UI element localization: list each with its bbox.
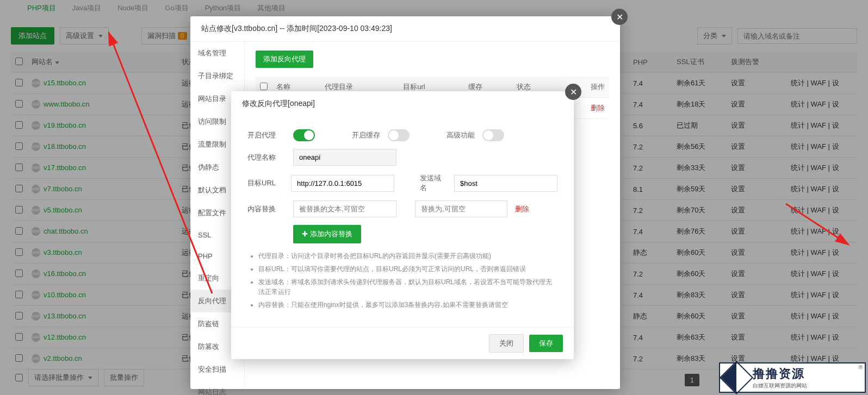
enable-proxy-label: 开启代理 xyxy=(247,130,286,140)
proxy-name-input xyxy=(293,149,396,166)
proxy-select-all[interactable] xyxy=(260,83,268,90)
close-button[interactable]: 关闭 xyxy=(489,334,524,353)
help-item: 发送域名：将域名添加到请求头传递到代理服务器，默认为目标URL域名，若设置不当可… xyxy=(258,277,557,297)
brand-logo-icon xyxy=(720,361,753,394)
help-item: 内容替换：只能在使用nginx时提供，最多可以添加3条替换内容,如果不需要替换请… xyxy=(258,300,557,310)
send-domain-label: 发送域名 xyxy=(420,173,447,193)
close-icon[interactable]: ✕ xyxy=(565,84,581,100)
nav-item-0[interactable]: 域名管理 xyxy=(190,42,244,65)
add-replace-button[interactable]: ✚ 添加内容替换 xyxy=(293,225,361,243)
enable-proxy-toggle[interactable] xyxy=(293,129,315,141)
help-item: 目标URL：可以填写你需要代理的站点，目标URL必须为可正常访问的URL，否则将… xyxy=(258,264,557,274)
dialog2-title: 修改反向代理[oneapi] xyxy=(231,91,574,116)
nav-item-15[interactable]: 网站日志 xyxy=(190,381,244,395)
target-url-input[interactable] xyxy=(291,175,394,192)
brand-subtitle: 白嫖互联网资源的网站 xyxy=(753,382,807,390)
brand-watermark: 撸撸资源 白嫖互联网资源的网站 ® xyxy=(719,362,866,393)
nav-item-1[interactable]: 子目录绑定 xyxy=(190,65,244,87)
enable-cache-toggle[interactable] xyxy=(388,129,410,141)
brand-title: 撸撸资源 xyxy=(753,366,807,382)
registered-icon: ® xyxy=(859,365,863,371)
save-button[interactable]: 保存 xyxy=(529,335,563,352)
add-proxy-button[interactable]: 添加反向代理 xyxy=(256,51,313,68)
replace-from-input[interactable] xyxy=(293,200,396,217)
help-text: 代理目录：访问这个目录时将会把目标URL的内容返回并显示(需要开启高级功能) 目… xyxy=(258,251,557,310)
target-url-label: 目标URL xyxy=(247,178,283,188)
edit-proxy-dialog: ✕ 修改反向代理[oneapi] 开启代理 开启缓存 高级功能 代理名称 目标U… xyxy=(231,91,574,359)
help-item: 代理目录：访问这个目录时将会把目标URL的内容返回并显示(需要开启高级功能) xyxy=(258,251,557,261)
delete-link[interactable]: 删除 xyxy=(591,104,605,112)
send-domain-input[interactable] xyxy=(454,175,557,192)
replace-to-input[interactable] xyxy=(415,200,507,217)
proxy-name-label: 代理名称 xyxy=(247,153,286,162)
content-replace-label: 内容替换 xyxy=(247,204,286,214)
nav-item-14[interactable]: 安全扫描 xyxy=(190,358,244,381)
close-icon[interactable]: ✕ xyxy=(611,9,628,25)
delete-replace-link[interactable]: 删除 xyxy=(515,204,529,214)
dialog1-title: 站点修改[v3.ttbobo.cn] -- 添加时间[2023-09-10 03… xyxy=(190,16,620,41)
advanced-label: 高级功能 xyxy=(447,130,475,140)
enable-cache-label: 开启缓存 xyxy=(352,130,380,140)
advanced-toggle[interactable] xyxy=(482,129,504,141)
